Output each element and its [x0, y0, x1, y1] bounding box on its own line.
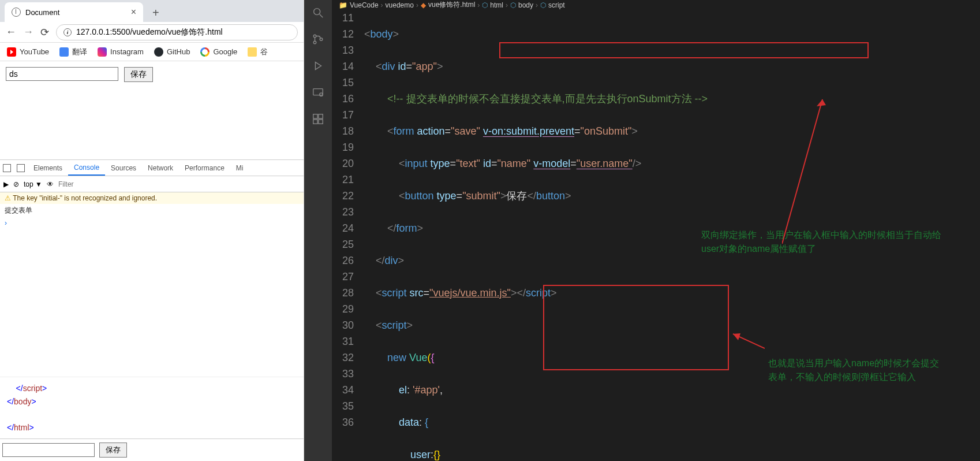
devtools-panel: Elements Console Sources Network Perform…	[0, 159, 304, 461]
bookmark-instagram[interactable]: Instagram	[98, 47, 144, 57]
annotation-text-2: 也就是说当用户输入name的时候才会提交表单，不输入的时候则弹框让它输入	[768, 356, 941, 384]
vscode-editor: 📁VueCode ›vuedemo ›◆ vue修饰符.html ›⬡ html…	[304, 0, 980, 461]
svg-line-1	[320, 14, 323, 18]
extensions-icon[interactable]	[311, 112, 325, 126]
code-editor[interactable]: 1112131415161718192021222324252627282930…	[332, 10, 980, 461]
svg-rect-7	[313, 114, 317, 118]
bottom-input[interactable]	[2, 443, 95, 457]
line-gutter: 1112131415161718192021222324252627282930…	[332, 10, 364, 461]
folder-icon	[248, 47, 257, 57]
username-input[interactable]	[6, 67, 118, 81]
eye-icon[interactable]: 👁	[47, 180, 54, 188]
console-log-line: 提交表单	[0, 204, 304, 217]
chrome-browser: Document × + ← → ⟳ i 127.0.0.1:5500/vued…	[0, 0, 304, 461]
back-button[interactable]: ←	[6, 26, 16, 38]
svg-point-4	[320, 38, 323, 41]
bc-item[interactable]: vue修饰符.html	[428, 0, 475, 10]
filter-input[interactable]	[58, 180, 300, 188]
youtube-icon	[7, 47, 16, 57]
svg-point-3	[313, 41, 316, 44]
globe-icon	[12, 8, 21, 17]
console-warning: The key "initial-" is not recognized and…	[0, 192, 304, 204]
bookmark-label: 谷	[260, 47, 268, 57]
tag-open: </	[7, 423, 14, 432]
tag-close: >	[42, 384, 47, 393]
svg-point-0	[314, 9, 320, 15]
bookmark-label: YouTube	[20, 47, 49, 56]
bookmark-translate[interactable]: 翻译	[59, 47, 87, 57]
page-content: 保存	[0, 61, 304, 159]
annotation-text-1: 双向绑定操作，当用户在输入框中输入的时候相当于自动给user对象的name属性赋…	[701, 228, 944, 256]
bottom-form: 保存	[0, 438, 304, 461]
bookmark-label: 翻译	[72, 47, 87, 57]
tag-name: html	[14, 423, 29, 432]
bookmark-label: GitHub	[167, 47, 190, 56]
tag-open: </	[16, 384, 23, 393]
save-button[interactable]: 保存	[124, 67, 153, 82]
reload-button[interactable]: ⟳	[40, 26, 49, 39]
bc-item[interactable]: html	[490, 1, 503, 9]
tag-close: >	[29, 423, 34, 432]
device-icon[interactable]	[17, 164, 25, 172]
bookmark-google[interactable]: Google	[200, 47, 237, 57]
bottom-save-button[interactable]: 保存	[99, 443, 127, 458]
url-text: 127.0.0.1:5500/vuedemo/vue修饰符.html	[76, 27, 223, 38]
search-icon[interactable]	[311, 6, 325, 20]
bc-item[interactable]: body	[518, 1, 533, 9]
google-icon	[200, 47, 210, 57]
code-area: 📁VueCode ›vuedemo ›◆ vue修饰符.html ›⬡ html…	[332, 0, 980, 461]
bookmark-folder[interactable]: 谷	[248, 47, 268, 57]
forward-button[interactable]: →	[23, 26, 33, 38]
svg-point-6	[320, 93, 323, 96]
debug-icon[interactable]	[311, 59, 325, 73]
tab-network[interactable]: Network	[142, 160, 179, 176]
play-icon[interactable]: ▶	[3, 180, 9, 188]
tag-open: </	[7, 397, 14, 406]
translate-icon	[59, 47, 69, 57]
console-toolbar: ▶ ⊘ top ▼ 👁	[0, 176, 304, 192]
context-selector[interactable]: top ▼	[24, 180, 42, 188]
bc-item[interactable]: VueCode	[350, 1, 379, 9]
address-bar: ← → ⟳ i 127.0.0.1:5500/vuedemo/vue修饰符.ht…	[0, 22, 304, 43]
tab-more[interactable]: Mi	[230, 160, 249, 176]
info-icon[interactable]: i	[63, 28, 72, 36]
url-field[interactable]: i 127.0.0.1:5500/vuedemo/vue修饰符.html	[56, 24, 298, 40]
tag-name: script	[23, 384, 42, 393]
devtools-tabs: Elements Console Sources Network Perform…	[0, 160, 304, 176]
svg-point-2	[313, 35, 316, 38]
instagram-icon	[98, 47, 107, 57]
tag-close: >	[31, 397, 36, 406]
bc-item[interactable]: vuedemo	[386, 1, 414, 9]
bc-item[interactable]: script	[548, 1, 565, 9]
bookmark-github[interactable]: GitHub	[154, 47, 190, 57]
remote-icon[interactable]	[311, 85, 325, 99]
console-output: The key "initial-" is not recognized and…	[0, 192, 304, 229]
svg-rect-10	[319, 120, 323, 124]
browser-tab-bar: Document × +	[0, 0, 304, 22]
svg-rect-9	[313, 120, 317, 124]
clear-icon[interactable]: ⊘	[13, 180, 19, 188]
svg-rect-8	[319, 114, 323, 118]
tag-name: body	[14, 397, 31, 406]
source-control-icon[interactable]	[311, 32, 325, 46]
bookmark-label: Instagram	[110, 47, 144, 56]
github-icon	[154, 47, 163, 57]
tab-performance[interactable]: Performance	[179, 160, 230, 176]
elements-source: </script> </body> </html>	[0, 377, 304, 438]
close-icon[interactable]: ×	[131, 7, 136, 17]
bookmarks-bar: YouTube 翻译 Instagram GitHub Google 谷	[0, 43, 304, 61]
activity-bar	[304, 0, 332, 461]
bookmark-youtube[interactable]: YouTube	[7, 47, 49, 57]
tab-console[interactable]: Console	[68, 160, 105, 176]
breadcrumb[interactable]: 📁VueCode ›vuedemo ›◆ vue修饰符.html ›⬡ html…	[332, 0, 980, 10]
console-prompt[interactable]: ›	[0, 217, 304, 229]
svg-rect-5	[313, 89, 323, 95]
tab-sources[interactable]: Sources	[105, 160, 142, 176]
new-tab-button[interactable]: +	[148, 4, 164, 22]
browser-tab[interactable]: Document ×	[5, 2, 143, 22]
tab-title: Document	[25, 8, 59, 17]
inspect-icon[interactable]	[3, 164, 11, 172]
bookmark-label: Google	[213, 47, 237, 56]
tab-elements[interactable]: Elements	[28, 160, 68, 176]
